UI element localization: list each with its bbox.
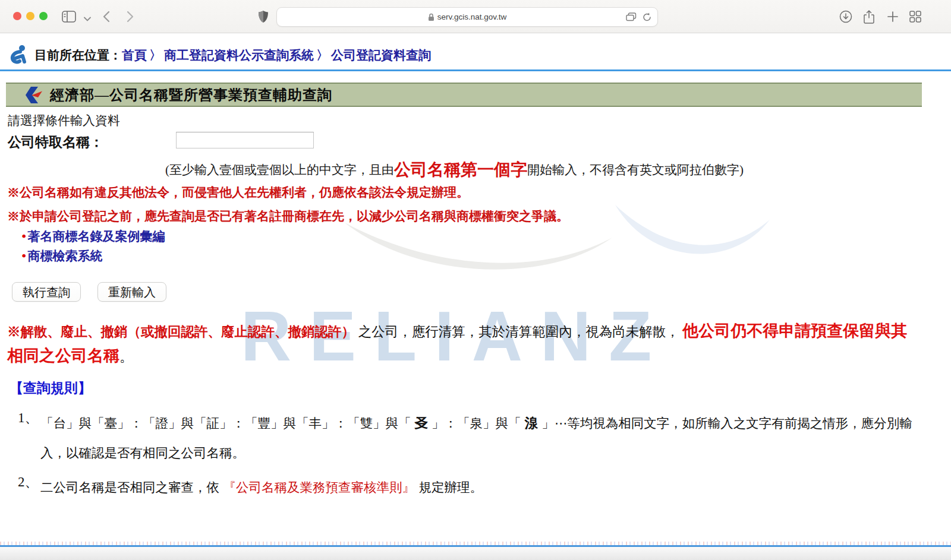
rule1-part2: 」：「泉」與「 — [432, 416, 521, 431]
address-bar[interactable]: serv.gcis.nat.gov.tw — [276, 7, 658, 27]
browser-toolbar: serv.gcis.nat.gov.tw — [0, 0, 951, 33]
downloads-icon[interactable] — [838, 9, 854, 24]
warning-trademark-check: ※於申請公司登記之前，應先查詢是否已有著名註冊商標在先，以減少公司名稱與商標權衝… — [7, 208, 569, 224]
warning-other-laws: ※公司名稱如有違反其他法令，而侵害他人在先權利者，仍應依各該法令規定辦理。 — [7, 184, 469, 201]
safari-window: serv.gcis.nat.gov.tw RELIANZ — [0, 0, 951, 560]
footer-divider — [0, 545, 951, 547]
note-post: 開始輸入，不得含有英文或阿拉伯數字) — [527, 163, 744, 177]
accessibility-icon — [7, 44, 29, 67]
execute-query-button[interactable]: 執行查詢 — [12, 282, 81, 302]
dissolution-black-mid: 之公司，應行清算，其於清算範圍內，視為尚未解散， — [358, 324, 679, 339]
breadcrumb-separator: 〉 — [316, 47, 329, 64]
forward-icon[interactable] — [122, 9, 138, 24]
form-instruction: 請選擇條件輸入資料 — [8, 112, 120, 129]
section-header-bar: 經濟部—公司名稱暨所營事業預查輔助查詢 — [6, 83, 922, 107]
reload-icon[interactable] — [643, 12, 651, 22]
rule-number: 2、 — [18, 473, 40, 491]
form-buttons: 執行查詢 重新輸入 — [12, 282, 166, 302]
list-item: • 商標檢索系統 — [21, 248, 102, 264]
rule2-part1: 二公司名稱是否相同之審查，依 — [40, 480, 219, 495]
breadcrumb-separator: 〉 — [149, 47, 162, 64]
reset-input-button[interactable]: 重新輸入 — [97, 282, 166, 302]
rule-text: 「台」與「臺」：「證」與「証」：「豐」與「丰」：「雙」與「㕛」：「泉」與「湶」⋯… — [40, 409, 936, 468]
rare-character-shuang: 㕛 — [411, 416, 432, 431]
breadcrumb-home-link[interactable]: 首頁 — [122, 47, 147, 64]
sidebar-icon[interactable] — [61, 9, 77, 24]
breadcrumb-system-link[interactable]: 商工登記資料公示查詢系統 — [164, 47, 314, 64]
fullscreen-window-button[interactable] — [39, 12, 48, 20]
moea-logo-icon — [24, 86, 45, 104]
input-note: (至少輸入壹個或壹個以上的中文字，且由公司名稱第一個字開始輸入，不得含有英文或阿… — [165, 158, 744, 182]
bullet-icon: • — [21, 229, 26, 243]
query-rules-heading: 【查詢規則】 — [10, 379, 92, 397]
company-name-label: 公司特取名稱： — [8, 133, 103, 151]
rule-text: 二公司名稱是否相同之審查，依『公司名稱及業務預查審核準則』規定辦理。 — [40, 473, 936, 502]
breadcrumb: 目前所在位置： 首頁 〉 商工登記資料公示查詢系統 〉 公司登記資料查詢 — [7, 43, 431, 68]
bullet-icon: • — [21, 249, 26, 263]
company-name-input[interactable] — [176, 132, 314, 148]
lock-icon — [428, 13, 434, 21]
minimize-window-button[interactable] — [26, 12, 34, 20]
tab-overview-icon[interactable] — [908, 9, 923, 24]
rule-number: 1、 — [18, 409, 40, 427]
note-emphasis: 公司名稱第一個字 — [394, 160, 527, 179]
list-item: • 著名商標名錄及案例彙編 — [21, 228, 165, 245]
footer-background — [0, 547, 951, 560]
breadcrumb-prefix: 目前所在位置： — [34, 47, 122, 64]
rule1-part1: 「台」與「臺」：「證」與「証」：「豐」與「丰」：「雙」與「 — [40, 416, 411, 431]
new-tab-icon[interactable] — [885, 9, 900, 24]
rule2-part2: 規定辦理。 — [418, 480, 483, 495]
chevron-down-icon[interactable] — [80, 11, 95, 27]
note-pre: (至少輸入壹個或壹個以上的中文字，且由 — [165, 163, 394, 177]
share-icon[interactable] — [861, 9, 877, 24]
famous-trademark-directory-link[interactable]: 著名商標名錄及案例彙編 — [27, 228, 165, 245]
trademark-search-system-link[interactable]: 商標檢索系統 — [27, 248, 102, 264]
privacy-shield-icon[interactable] — [256, 9, 271, 24]
back-icon[interactable] — [99, 9, 114, 24]
dissolution-end: 。 — [119, 349, 133, 364]
close-window-button[interactable] — [13, 12, 21, 20]
rare-character-quan: 湶 — [521, 416, 542, 431]
dissolution-note: ※解散、廢止、撤銷（或撤回認許、廢止認許、撤銷認許）之公司，應行清算，其於清算範… — [7, 319, 919, 369]
rule-item-1: 1、 「台」與「臺」：「證」與「証」：「豐」與「丰」：「雙」與「㕛」：「泉」與「… — [18, 409, 936, 468]
url-text: serv.gcis.nat.gov.tw — [437, 12, 507, 21]
breadcrumb-divider — [0, 69, 951, 71]
review-standards-link[interactable]: 『公司名稱及業務預查審核準則』 — [223, 480, 415, 495]
dissolution-red-lead: ※解散、廢止、撤銷（或撤回認許、廢止認許、撤銷認許） — [7, 324, 355, 339]
rule-item-2: 2、 二公司名稱是否相同之審查，依『公司名稱及業務預查審核準則』規定辦理。 — [18, 473, 936, 502]
page-title: 經濟部—公司名稱暨所營事業預查輔助查詢 — [50, 86, 332, 105]
breadcrumb-current-page[interactable]: 公司登記資料查詢 — [331, 47, 431, 64]
page-preview-icon[interactable] — [626, 12, 637, 21]
